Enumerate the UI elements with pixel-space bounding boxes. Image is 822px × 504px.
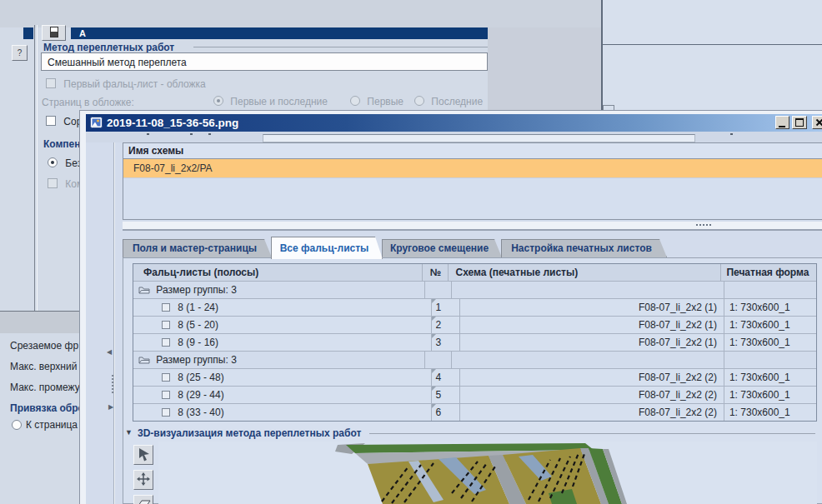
sheet-number[interactable]: 1 xyxy=(432,299,460,316)
sheet-scheme: F08-07_li_2x2 (1) xyxy=(460,317,724,333)
image-file-icon xyxy=(90,117,103,128)
bg-bottom-gray-band xyxy=(0,314,79,334)
max-gap-label: Макс. промежу xyxy=(10,382,79,393)
question-icon: ? xyxy=(18,48,23,57)
folder-icon xyxy=(138,355,150,364)
row-checkbox[interactable] xyxy=(162,373,170,382)
bg-help-button[interactable]: ? xyxy=(12,45,28,61)
viz-select-tool-button[interactable] xyxy=(133,445,153,465)
sheet-name: 8 (33 - 40) xyxy=(178,407,223,418)
max-top-label: Макс. верхний xyxy=(10,361,77,372)
radio-last[interactable] xyxy=(414,96,424,106)
sheet-press-form: 1: 730x600_1 xyxy=(724,299,816,316)
pages-cover-radio-last[interactable]: Последние xyxy=(414,96,483,107)
row-checkbox[interactable] xyxy=(162,338,170,347)
image-window-titlebar[interactable]: 2019-11-08_15-36-56.png xyxy=(86,114,822,132)
maximize-button[interactable] xyxy=(792,116,807,129)
radio-first[interactable] xyxy=(350,96,360,106)
right-panel-divider xyxy=(603,44,822,45)
right-background-panel xyxy=(603,0,822,116)
viz-sheet-tool-button[interactable] xyxy=(133,495,153,504)
toolbar-remnant-dot xyxy=(190,133,193,135)
toolbar-remnant-dot xyxy=(147,133,149,135)
row-checkbox[interactable] xyxy=(162,391,170,399)
sheet-name: 8 (1 - 24) xyxy=(178,302,218,313)
sheet-plane-icon xyxy=(135,497,152,504)
table-row[interactable]: 8 (25 - 48) 4 F08-07_li_2x2 (2) 1: 730x6… xyxy=(133,369,816,387)
image-window-title: 2019-11-08_15-36-56.png xyxy=(107,114,238,132)
viz-3d-canvas[interactable] xyxy=(158,442,817,504)
viz-pan-tool-button[interactable] xyxy=(133,470,153,490)
column-header-scheme[interactable]: Схема (печатные листы) xyxy=(449,264,721,281)
sheet-number[interactable]: 6 xyxy=(432,404,460,421)
sheet-number[interactable]: 5 xyxy=(432,387,460,403)
compensation-none-radio[interactable] xyxy=(48,157,58,167)
left-splitter-line-hl xyxy=(114,142,115,504)
tab-press-sheet-settings[interactable]: Настройка печатных листов xyxy=(501,239,667,257)
viz-collapse-triangle[interactable]: ▼ xyxy=(125,428,133,437)
radio-first-last[interactable] xyxy=(213,96,223,106)
row-checkbox[interactable] xyxy=(162,303,170,312)
splitter-grip[interactable] xyxy=(112,373,113,395)
maximize-icon xyxy=(795,118,804,127)
column-header-press-form[interactable]: Печатная форма xyxy=(721,264,816,281)
binding-method-combo[interactable]: Смешанный метод переплета xyxy=(41,52,488,71)
table-row[interactable]: 8 (29 - 44) 5 F08-07_li_2x2 (2) 1: 730x6… xyxy=(133,387,816,404)
tab-circular-offset[interactable]: Круговое смещение xyxy=(382,239,502,257)
column-header-folding-sheets[interactable]: Фальц-листы (полосы) xyxy=(133,264,423,281)
column-header-number[interactable]: № xyxy=(423,264,449,281)
bg-toolbar-button[interactable] xyxy=(42,25,66,41)
scheme-splitter-grip[interactable] xyxy=(696,224,711,226)
first-cover-checkbox[interactable] xyxy=(46,78,56,88)
close-button[interactable] xyxy=(812,116,822,129)
scheme-selected-row[interactable]: F08-07_li_2x2/PA xyxy=(123,159,822,178)
tab-all-folding-sheets[interactable]: Все фальц-листы xyxy=(271,237,383,259)
minimize-icon xyxy=(779,126,785,127)
tab-fields-master-pages[interactable]: Поля и мастер-страницы xyxy=(123,239,272,257)
pages-cover-radio-first[interactable]: Первые xyxy=(350,96,403,107)
sheet-press-form: 1: 730x600_1 xyxy=(724,334,816,351)
table-row[interactable]: 8 (9 - 16) 3 F08-07_li_2x2 (1) 1: 730x60… xyxy=(133,334,816,352)
row-checkbox[interactable] xyxy=(162,321,170,329)
table-group-row[interactable]: Размер группы: 3 xyxy=(133,352,816,369)
close-icon xyxy=(815,118,822,127)
bg-navy-bar-fragment xyxy=(23,27,33,39)
scheme-selected-value: F08-07_li_2x2/PA xyxy=(133,162,213,174)
row-checkbox[interactable] xyxy=(162,408,170,417)
table-row[interactable]: 8 (33 - 40) 6 F08-07_li_2x2 (2) 1: 730x6… xyxy=(133,404,816,421)
splitter-collapse-right-arrow[interactable]: ▶ xyxy=(108,403,113,411)
group-row-label: Размер группы: 3 xyxy=(156,354,236,366)
table-row[interactable]: 8 (1 - 24) 1 F08-07_li_2x2 (1) 1: 730x60… xyxy=(133,299,816,317)
binding-group-label: Метод переплетных работ xyxy=(43,42,174,53)
cropped-toolbar-strip xyxy=(86,132,822,142)
pages-cover-radio-first-last[interactable]: Первые и последние xyxy=(213,96,328,107)
compensation-none-row: Без xyxy=(48,157,83,169)
sheet-press-form: 1: 730x600_1 xyxy=(724,404,816,421)
table-row[interactable]: 8 (5 - 20) 2 F08-07_li_2x2 (1) 1: 730x60… xyxy=(133,317,816,334)
sheet-scheme: F08-07_li_2x2 (2) xyxy=(460,404,724,421)
bg-panel-border-dark xyxy=(34,25,35,311)
tab-label: Поля и мастер-страницы xyxy=(133,242,257,254)
tab-label: Все фальц-листы xyxy=(280,242,369,254)
sheet-scheme: F08-07_li_2x2 (1) xyxy=(460,299,724,316)
toolbar-remnant-dot xyxy=(730,133,733,135)
minimize-button[interactable] xyxy=(775,116,789,129)
bg-column-header-bar: A xyxy=(71,27,488,39)
sheet-number[interactable]: 2 xyxy=(432,317,460,333)
compensation-chk-row: Ком xyxy=(48,178,83,190)
sort-checkbox[interactable] xyxy=(46,116,56,126)
scheme-splitter-bar[interactable] xyxy=(123,222,822,231)
sheet-number[interactable]: 3 xyxy=(432,334,460,351)
compensation-checkbox[interactable] xyxy=(48,178,58,188)
move-arrows-icon xyxy=(136,472,151,487)
sheet-name: 8 (29 - 44) xyxy=(178,389,223,401)
toolbar-remnant-field xyxy=(263,134,695,142)
sheet-name: 8 (5 - 20) xyxy=(178,319,218,331)
binding-method-value: Смешанный метод переплета xyxy=(48,57,187,68)
to-page-radio[interactable] xyxy=(12,420,22,430)
viz-section-rule xyxy=(369,433,815,434)
table-group-row[interactable]: Размер группы: 3 xyxy=(133,282,816,299)
radio-last-label: Последние xyxy=(431,96,483,107)
sheet-number[interactable]: 4 xyxy=(432,369,460,386)
splitter-collapse-left-arrow[interactable]: ◀ xyxy=(107,348,112,356)
